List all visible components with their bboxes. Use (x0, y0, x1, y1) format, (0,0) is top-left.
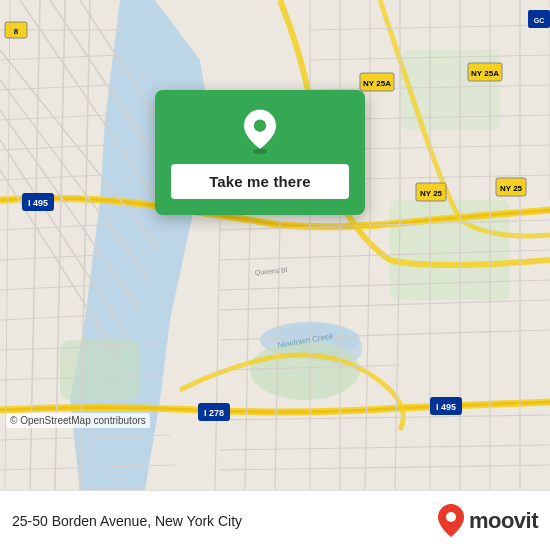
moovit-brand-text: moovit (469, 508, 538, 534)
map-attribution: © OpenStreetMap contributors (6, 413, 150, 428)
svg-point-3 (250, 340, 360, 400)
take-me-there-button[interactable]: Take me there (171, 164, 349, 199)
svg-rect-4 (60, 340, 140, 400)
location-popup: Take me there (155, 90, 365, 215)
svg-text:NY 25: NY 25 (500, 184, 523, 193)
svg-text:I 495: I 495 (436, 402, 456, 412)
address-label: 25-50 Borden Avenue, New York City (12, 513, 242, 529)
moovit-logo: moovit (437, 503, 538, 539)
moovit-pin-icon (437, 503, 465, 539)
map-container: I 495 I 278 I 495 NY 25A NY 25A NY 25 NY… (0, 0, 550, 490)
svg-text:NY 25A: NY 25A (363, 79, 391, 88)
svg-text:NY 25: NY 25 (420, 189, 443, 198)
svg-text:NY 25A: NY 25A (471, 69, 499, 78)
svg-point-90 (446, 512, 456, 522)
svg-text:I 495: I 495 (28, 198, 48, 208)
location-pin-icon (237, 108, 283, 154)
svg-point-88 (253, 149, 267, 154)
svg-point-89 (254, 120, 266, 132)
svg-text:I 278: I 278 (204, 408, 224, 418)
svg-text:8: 8 (14, 27, 19, 36)
svg-text:GC: GC (534, 17, 545, 24)
bottom-bar: 25-50 Borden Avenue, New York City moovi… (0, 490, 550, 550)
